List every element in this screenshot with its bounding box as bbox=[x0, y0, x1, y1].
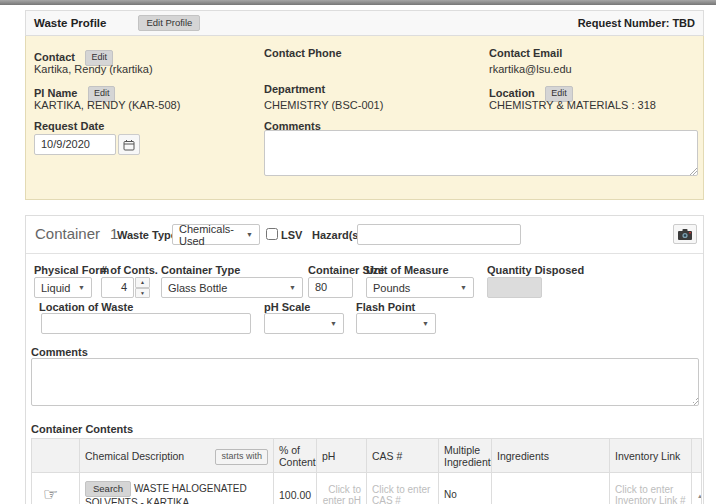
ingredients-cell bbox=[492, 473, 610, 504]
chevron-down-icon: ▼ bbox=[460, 284, 467, 291]
chevron-down-icon: ▼ bbox=[330, 320, 337, 327]
department-value: CHEMISTRY (BSC-001) bbox=[264, 99, 383, 111]
waste-type-value: Chemicals-Used bbox=[179, 223, 246, 247]
flash-point-select[interactable]: ▼ bbox=[356, 313, 436, 334]
stepper-up-button[interactable]: ▲ bbox=[135, 277, 150, 288]
ph-cell[interactable]: Click to enter pH bbox=[317, 473, 367, 504]
chevron-down-icon: ▼ bbox=[78, 284, 85, 291]
department-label: Department bbox=[264, 83, 325, 95]
waste-type-select[interactable]: Chemicals-Used ▼ bbox=[172, 224, 260, 245]
location-of-waste-input[interactable] bbox=[41, 313, 251, 334]
physical-form-value: Liquid bbox=[41, 282, 70, 294]
pointing-hand-icon[interactable]: ☞ bbox=[37, 485, 58, 504]
page-title: Waste Profile bbox=[34, 17, 106, 29]
search-button[interactable]: Search bbox=[85, 481, 131, 497]
ph-scale-select[interactable]: ▼ bbox=[264, 313, 344, 334]
calendar-button[interactable] bbox=[118, 134, 140, 155]
request-date-label: Request Date bbox=[34, 120, 104, 132]
request-number: Request Number: TBD bbox=[578, 17, 695, 29]
calendar-icon bbox=[123, 139, 135, 151]
waste-profile-titlebar: Waste Profile Edit Profile Request Numbe… bbox=[25, 10, 704, 36]
edit-profile-button[interactable]: Edit Profile bbox=[138, 15, 200, 31]
chemical-description-header: Chemical Description bbox=[85, 450, 184, 462]
quantity-disposed-input bbox=[487, 277, 542, 298]
location-value: CHEMISTRY & MATERIALS : 318 bbox=[489, 99, 656, 111]
scroll-up-icon[interactable]: ▲ bbox=[697, 493, 702, 499]
unit-of-measure-select[interactable]: Pounds ▼ bbox=[366, 277, 474, 298]
row-selector-column-header bbox=[32, 439, 80, 473]
lsv-label: LSV bbox=[281, 229, 302, 241]
window-top-edge bbox=[0, 0, 716, 5]
unit-of-measure-label: Unit of Measure bbox=[366, 264, 449, 276]
container-comments-label: Comments bbox=[31, 346, 88, 358]
location-label: Location bbox=[489, 87, 535, 99]
contact-label: Contact bbox=[34, 51, 75, 63]
flash-point-label: Flash Point bbox=[356, 301, 415, 313]
table-header-row: Chemical Description starts with % of Co… bbox=[32, 439, 702, 473]
hazards-label: Hazard(s) bbox=[312, 229, 362, 241]
pi-name-label: PI Name bbox=[34, 87, 77, 99]
cas-cell[interactable]: Click to enter CAS # bbox=[367, 473, 439, 504]
contact-value: Kartika, Rendy (rkartika) bbox=[34, 63, 153, 75]
container-type-label: Container Type bbox=[161, 264, 240, 276]
camera-button[interactable] bbox=[673, 224, 697, 244]
ph-scale-label: pH Scale bbox=[264, 301, 310, 313]
container-title: Container1 bbox=[35, 225, 118, 242]
table-row: ☞ Search WASTE HALOGENATED SOLVENTS - KA… bbox=[32, 473, 702, 504]
contact-email-label: Contact Email bbox=[489, 47, 562, 59]
pct-of-content-cell: 100.00 bbox=[274, 473, 317, 504]
ingredients-header: Ingredients bbox=[492, 439, 610, 473]
lsv-checkbox[interactable] bbox=[266, 228, 278, 240]
container-title-text: Container bbox=[35, 225, 100, 242]
container-type-select[interactable]: Glass Bottle ▼ bbox=[161, 277, 303, 298]
profile-comments-textarea[interactable] bbox=[264, 130, 698, 176]
starts-with-button[interactable]: starts with bbox=[215, 449, 268, 465]
contact-phone-label: Contact Phone bbox=[264, 47, 342, 59]
chevron-down-icon: ▼ bbox=[422, 320, 429, 327]
physical-form-label: Physical Form bbox=[34, 264, 109, 276]
chevron-down-icon: ▼ bbox=[246, 231, 253, 238]
location-of-waste-label: Location of Waste bbox=[39, 301, 133, 313]
hazards-input[interactable] bbox=[357, 224, 521, 245]
container-contents-table: Chemical Description starts with % of Co… bbox=[31, 438, 702, 504]
contact-email-value: rkartika@lsu.edu bbox=[489, 63, 572, 75]
physical-form-select[interactable]: Liquid ▼ bbox=[34, 277, 92, 298]
container-panel: Container1 Waste Type Chemicals-Used ▼ L… bbox=[25, 215, 704, 504]
container-contents-title: Container Contents bbox=[31, 423, 133, 435]
container-type-value: Glass Bottle bbox=[168, 282, 227, 294]
waste-profile-page: Waste Profile Edit Profile Request Numbe… bbox=[0, 0, 716, 504]
num-conts-input[interactable]: 4 bbox=[101, 277, 134, 298]
multiple-ingredients-header: Multiple Ingredients bbox=[439, 439, 492, 473]
container-comments-textarea[interactable] bbox=[31, 358, 699, 406]
pct-of-content-header: % of Content bbox=[274, 439, 317, 473]
num-conts-stepper: 4 ▲ ▼ bbox=[101, 277, 150, 298]
cas-header: CAS # bbox=[367, 439, 439, 473]
camera-icon bbox=[678, 229, 692, 240]
pi-name-value: KARTIKA, RENDY (KAR-508) bbox=[34, 99, 180, 111]
multiple-ingredients-cell: No bbox=[439, 473, 492, 504]
scrollbar-column-header bbox=[692, 439, 702, 473]
table-scrollbar[interactable]: ▲ bbox=[692, 473, 702, 504]
container-header-divider bbox=[26, 253, 703, 254]
container-size-input[interactable]: 80 bbox=[308, 277, 353, 298]
waste-type-label: Waste Type bbox=[117, 229, 177, 241]
profile-section: Contact Edit Kartika, Rendy (rkartika) C… bbox=[25, 36, 704, 200]
ph-header: pH bbox=[317, 439, 367, 473]
num-conts-label: # of Conts. bbox=[101, 264, 158, 276]
request-date-input[interactable]: 10/9/2020 bbox=[34, 134, 116, 155]
inventory-link-header: Inventory Link bbox=[610, 439, 692, 473]
unit-of-measure-value: Pounds bbox=[373, 282, 410, 294]
stepper-down-button[interactable]: ▼ bbox=[135, 288, 150, 299]
chevron-down-icon: ▼ bbox=[289, 284, 296, 291]
quantity-disposed-label: Quantity Disposed bbox=[487, 264, 584, 276]
inventory-link-cell[interactable]: Click to enter Inventory Link # bbox=[610, 473, 692, 504]
